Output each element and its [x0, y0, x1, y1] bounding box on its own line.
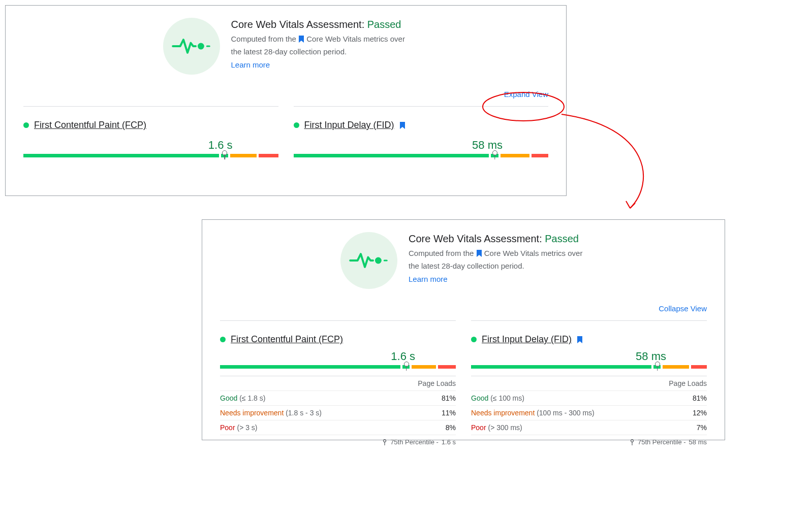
metric-name-fid[interactable]: First Input Delay (FID)	[482, 334, 572, 345]
range-poor: (> 3 s)	[237, 423, 257, 432]
percentile-marker-stem-icon	[406, 366, 407, 371]
bar-good-segment	[220, 365, 400, 369]
breakdown-header: Page Loads	[220, 376, 456, 391]
status-dot-good-icon	[220, 337, 226, 342]
metric-name-row-fcp: First Contentful Paint (FCP)	[220, 334, 456, 345]
pct-ni: 12%	[693, 409, 707, 417]
cwv-title: Core Web Vitals Assessment: Passed	[231, 19, 409, 30]
pct-good: 81%	[442, 394, 456, 402]
bar-poor-segment	[691, 365, 707, 369]
bookmark-icon	[476, 249, 482, 260]
cwv-title-prefix: Core Web Vitals Assessment:	[231, 19, 367, 30]
label-poor: Poor	[471, 423, 486, 432]
percentile-value: 1.6 s	[442, 438, 456, 446]
metric-value-fid: 58 ms	[471, 350, 707, 363]
breakdown-row-poor: Poor (> 300 ms) 7%	[471, 420, 707, 435]
breakdown-footer: 75th Percentile - 1.6 s	[220, 435, 456, 449]
metric-name-fcp[interactable]: First Contentful Paint (FCP)	[34, 120, 146, 130]
metrics-row: First Contentful Paint (FCP) 1.6 s Page …	[220, 320, 707, 449]
cwv-header: Core Web Vitals Assessment: Passed Compu…	[23, 18, 548, 75]
bookmark-icon	[399, 122, 405, 129]
breakdown-header: Page Loads	[471, 376, 707, 391]
status-dot-good-icon	[23, 122, 29, 128]
percentile-marker-small-icon	[630, 439, 635, 445]
percentile-marker-small-icon	[382, 439, 387, 445]
metric-name-row-fid: First Input Delay (FID)	[471, 334, 707, 345]
cwv-desc-prefix: Computed from the	[231, 35, 299, 43]
bar-good-segment	[294, 154, 489, 157]
bar-poor-segment	[532, 154, 548, 157]
bar-ni-segment	[663, 365, 690, 369]
learn-more-link[interactable]: Learn more	[409, 275, 586, 283]
learn-more-link[interactable]: Learn more	[231, 60, 409, 69]
distribution-bar-fcp	[23, 154, 278, 157]
bookmark-icon	[298, 35, 304, 46]
cwv-header-content: Core Web Vitals Assessment: Passed Compu…	[340, 232, 586, 289]
svg-point-6	[631, 439, 633, 442]
metric-name-fid[interactable]: First Input Delay (FID)	[304, 120, 394, 130]
pct-poor: 7%	[697, 423, 707, 432]
cwv-header-content: Core Web Vitals Assessment: Passed Compu…	[163, 18, 409, 75]
bar-poor-segment	[438, 365, 456, 369]
range-good: (≤ 100 ms)	[490, 394, 524, 402]
toggle-row: Expand View	[23, 90, 548, 99]
bar-poor-segment	[259, 154, 278, 157]
svg-point-2	[375, 257, 382, 264]
range-ni: (100 ms - 300 ms)	[537, 409, 595, 417]
percentile-marker-stem-icon	[657, 366, 658, 371]
percentile-prefix: 75th Percentile -	[390, 438, 439, 446]
distribution-bar-fid	[471, 365, 707, 369]
bar-good-segment	[471, 365, 651, 369]
metric-fid: First Input Delay (FID) 58 ms Page Loads	[471, 320, 707, 449]
bar-ni-segment	[501, 154, 529, 157]
label-ni: Needs improvement	[471, 409, 535, 417]
bookmark-icon	[577, 336, 583, 343]
pct-good: 81%	[693, 394, 707, 402]
cwv-status: Passed	[545, 233, 579, 244]
distribution-bar-fid	[294, 154, 549, 157]
range-ni: (1.8 s - 3 s)	[286, 409, 322, 417]
distribution-bar-fcp	[220, 365, 456, 369]
cwv-header-texts: Core Web Vitals Assessment: Passed Compu…	[231, 18, 409, 69]
status-dot-good-icon	[294, 122, 299, 128]
breakdown-row-ni: Needs improvement (1.8 s - 3 s) 11%	[220, 406, 456, 420]
metric-name-fcp[interactable]: First Contentful Paint (FCP)	[231, 334, 343, 345]
percentile-value: 58 ms	[689, 438, 707, 446]
breakdown-footer: 75th Percentile - 58 ms	[471, 435, 707, 449]
breakdown-row-good: Good (≤ 100 ms) 81%	[471, 391, 707, 406]
bar-ni-segment	[230, 154, 257, 157]
pct-ni: 11%	[442, 409, 456, 417]
svg-rect-3	[384, 259, 388, 261]
cwv-description: Computed from the Core Web Vitals metric…	[409, 248, 586, 272]
breakdown-fcp: Page Loads Good (≤ 1.8 s) 81% Needs impr…	[220, 376, 456, 449]
percentile-prefix: 75th Percentile -	[638, 438, 686, 446]
cwv-title: Core Web Vitals Assessment: Passed	[409, 233, 586, 245]
collapse-view-link[interactable]: Collapse View	[659, 304, 707, 313]
cwv-card-collapsed: Core Web Vitals Assessment: Passed Compu…	[5, 5, 567, 196]
metric-fid: First Input Delay (FID) 58 ms	[294, 106, 549, 157]
percentile-marker-stem-icon	[224, 154, 225, 159]
svg-point-0	[198, 43, 204, 50]
range-good: (≤ 1.8 s)	[239, 394, 265, 402]
metric-value-fid: 58 ms	[294, 139, 549, 152]
range-poor: (> 300 ms)	[488, 423, 522, 432]
metric-fcp: First Contentful Paint (FCP) 1.6 s Page …	[220, 320, 456, 449]
cwv-card-expanded: Core Web Vitals Assessment: Passed Compu…	[202, 219, 725, 440]
label-good: Good	[220, 394, 237, 402]
cwv-header-texts: Core Web Vitals Assessment: Passed Compu…	[409, 232, 586, 283]
expand-view-link[interactable]: Expand View	[504, 90, 548, 99]
metrics-row: First Contentful Paint (FCP) 1.6 s First…	[23, 106, 548, 157]
bar-ni-segment	[412, 365, 436, 369]
cwv-status: Passed	[367, 19, 401, 30]
vitals-pulse-icon	[163, 18, 220, 75]
label-ni: Needs improvement	[220, 409, 284, 417]
breakdown-row-poor: Poor (> 3 s) 8%	[220, 420, 456, 435]
metric-name-row-fcp: First Contentful Paint (FCP)	[23, 120, 278, 130]
svg-point-4	[384, 439, 386, 442]
toggle-row: Collapse View	[220, 304, 707, 313]
status-dot-good-icon	[471, 337, 477, 342]
bar-good-segment	[23, 154, 219, 157]
label-poor: Poor	[220, 423, 235, 432]
label-good: Good	[471, 394, 488, 402]
breakdown-row-good: Good (≤ 1.8 s) 81%	[220, 391, 456, 406]
